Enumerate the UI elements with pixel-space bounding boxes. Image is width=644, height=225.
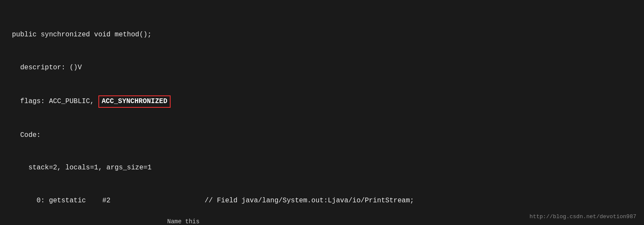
code-line-6: 0: getstatic #2 // Field java/lang/Syste… bbox=[12, 195, 632, 207]
acc-synchronized-highlight: ACC_SYNCHRONIZED bbox=[98, 95, 171, 108]
line6-ref: #2 bbox=[86, 195, 111, 207]
line3-prefix: flags: ACC_PUBLIC, bbox=[12, 96, 98, 107]
line6-comment: // Field java/lang/System.out:Ljava/io/P… bbox=[204, 195, 414, 207]
code-line-4: Code: bbox=[12, 130, 632, 141]
code-line-2: descriptor: ()V bbox=[12, 62, 632, 74]
code-line-3: flags: ACC_PUBLIC, ACC_SYNCHRONIZED bbox=[12, 95, 632, 108]
code-line-1: public synchronized void method(); bbox=[12, 30, 632, 41]
watermark: http://blog.csdn.net/devotion987 bbox=[529, 213, 636, 220]
line2-text: descriptor: ()V bbox=[12, 62, 82, 74]
name-this-label: Name this bbox=[167, 218, 200, 225]
line4-text: Code: bbox=[12, 130, 41, 141]
line6-num: 0: getstatic bbox=[12, 195, 86, 207]
code-display: public synchronized void method(); descr… bbox=[12, 8, 632, 225]
code-line-5: stack=2, locals=1, args_size=1 bbox=[12, 163, 632, 174]
line5-text: stack=2, locals=1, args_size=1 bbox=[12, 163, 151, 174]
line1-text: public synchronized void method(); bbox=[12, 30, 151, 41]
